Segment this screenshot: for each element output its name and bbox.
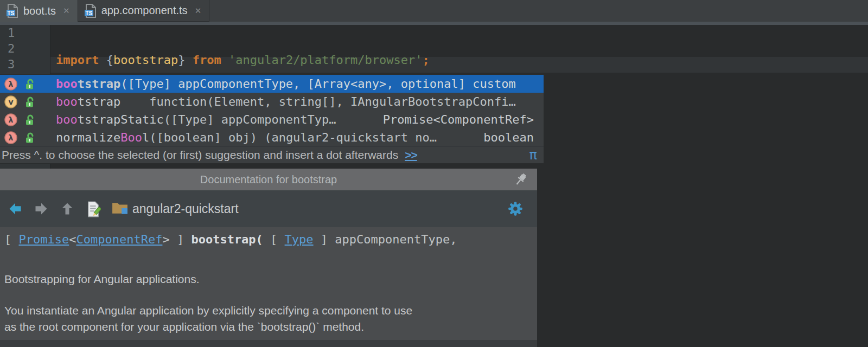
completion-hint-bar: Press ^. to choose the selected (or firs…	[0, 146, 544, 163]
expand-hint-link[interactable]: >>	[405, 149, 417, 162]
text-segment: }	[178, 53, 193, 67]
doc-signature: [ Promise<ComponentRef> ] bootstrap( [ T…	[4, 233, 537, 246]
svg-text:v: v	[8, 98, 13, 106]
editor-tab-bar: TS boot.ts ✕ TS app.component.ts ✕	[0, 0, 868, 22]
line-number: 2	[0, 41, 50, 56]
back-button[interactable]	[8, 201, 23, 216]
typescript-file-icon: TS	[85, 4, 97, 18]
lambda-icon: λ	[4, 131, 17, 144]
line-number: 3	[0, 56, 50, 72]
documentation-popup: Documentation for bootstrap	[0, 169, 537, 347]
text-segment: tstrap	[78, 77, 120, 91]
completion-item-type: Promise<ComponentRef>	[383, 113, 544, 126]
tab-boot-ts[interactable]: TS boot.ts ✕	[0, 0, 78, 22]
svg-text:TS: TS	[85, 10, 92, 16]
svg-text:TS: TS	[8, 10, 15, 16]
lambda-icon: λ	[4, 113, 17, 126]
forward-button[interactable]	[34, 201, 49, 216]
doc-content: [ Promise<ComponentRef> ] bootstrap( [ T…	[0, 227, 537, 347]
text-segment: bootstrap(	[191, 233, 270, 246]
close-tab-icon[interactable]: ✕	[63, 6, 70, 16]
text-segment: ]	[314, 233, 335, 246]
text-segment: boo	[56, 113, 78, 126]
completion-item-type: boolean	[483, 131, 544, 144]
project-folder-icon	[112, 201, 127, 216]
text-segment: from	[193, 53, 228, 67]
completion-item-text: bootstrap function(Element, string[], IA…	[56, 95, 544, 108]
text-segment: <	[69, 233, 76, 246]
close-tab-icon[interactable]: ✕	[195, 6, 202, 16]
unlocked-icon	[24, 78, 36, 90]
pi-symbol: π	[529, 147, 537, 163]
text-segment: import	[56, 53, 106, 67]
svg-text:λ: λ	[9, 133, 14, 142]
text-segment: ([boolean] obj) (angular2-quickstart no…	[149, 131, 437, 144]
project-name-label: angular2-quickstart	[132, 202, 239, 216]
line-number: 1	[0, 25, 50, 41]
doc-popup-header[interactable]: Documentation for bootstrap	[0, 169, 537, 190]
unlocked-icon	[24, 96, 36, 108]
text-segment: ComponentRef	[76, 233, 162, 246]
completion-item-text: bootstrap([Type] appComponentType, [Arra…	[56, 77, 544, 91]
text-segment: > ]	[162, 233, 191, 246]
doc-paragraph: Bootstrapping for Angular applications.	[4, 271, 537, 287]
svg-text:λ: λ	[9, 80, 14, 88]
up-button[interactable]	[60, 201, 75, 216]
pin-icon[interactable]	[513, 172, 528, 187]
completion-item-text: bootstrapStatic([Type] appComponentTyp…	[56, 113, 383, 126]
completion-popup: λbootstrap([Type] appComponentType, [Arr…	[0, 74, 544, 164]
text-segment: appComponentType,	[335, 233, 457, 246]
text-segment: function(Element, string[], IAngularBoot…	[120, 95, 515, 108]
text-segment: ;	[423, 53, 430, 67]
text-segment: bootstrap	[113, 53, 178, 67]
text-segment: boo	[56, 77, 78, 91]
tab-label: boot.ts	[23, 5, 56, 17]
completion-item[interactable]: vbootstrap function(Element, string[], I…	[0, 93, 544, 111]
doc-paragraph: You instantiate an Angular application b…	[4, 303, 537, 335]
completion-item[interactable]: λbootstrapStatic([Type] appComponentTyp……	[0, 111, 544, 128]
completion-item[interactable]: λnormalizeBool([boolean] obj) (angular2-…	[0, 128, 544, 146]
svg-text:λ: λ	[9, 115, 14, 124]
ide-window: TS boot.ts ✕ TS app.component.ts ✕ 1	[0, 0, 868, 347]
text-segment: normalize	[56, 131, 120, 144]
text-segment: Type	[285, 233, 314, 246]
text-segment: 'angular2/platform/browser'	[228, 53, 423, 67]
doc-popup-title: Documentation for bootstrap	[200, 174, 337, 185]
text-segment: Boo	[120, 131, 142, 144]
code-line-import: import {bootstrap} from 'angular2/platfo…	[56, 52, 430, 68]
text-segment: tstrapStatic	[78, 113, 164, 126]
doc-scrollbar-track[interactable]	[0, 340, 537, 347]
typescript-file-icon: TS	[7, 4, 18, 18]
tab-label: app.component.ts	[101, 4, 188, 17]
completion-hint-text: Press ^. to choose the selected (or firs…	[2, 149, 398, 162]
unlocked-icon	[24, 114, 36, 126]
text-segment: boo	[56, 95, 78, 108]
lambda-icon: λ	[4, 78, 17, 91]
unlocked-icon	[24, 132, 36, 144]
tab-app-component-ts[interactable]: TS app.component.ts ✕	[78, 0, 210, 22]
text-segment: Promise	[19, 233, 69, 246]
doc-toolbar: angular2-quickstart	[0, 190, 537, 227]
completion-item-text: normalizeBool([boolean] obj) (angular2-q…	[56, 131, 483, 144]
text-segment: tstrap	[78, 95, 120, 108]
edit-source-button[interactable]	[86, 201, 101, 216]
text-segment: l	[142, 131, 149, 144]
gear-icon[interactable]	[508, 201, 523, 216]
text-segment: [	[4, 233, 19, 246]
text-segment: {	[106, 53, 113, 67]
text-segment: ([Type] appComponentType, [Array<any>, o…	[120, 77, 515, 91]
text-segment: ([Type] appComponentTyp…	[164, 113, 336, 126]
text-segment: [	[270, 233, 285, 246]
variable-icon: v	[4, 95, 17, 108]
completion-item[interactable]: λbootstrap([Type] appComponentType, [Arr…	[0, 75, 544, 93]
completion-list: λbootstrap([Type] appComponentType, [Arr…	[0, 75, 544, 146]
